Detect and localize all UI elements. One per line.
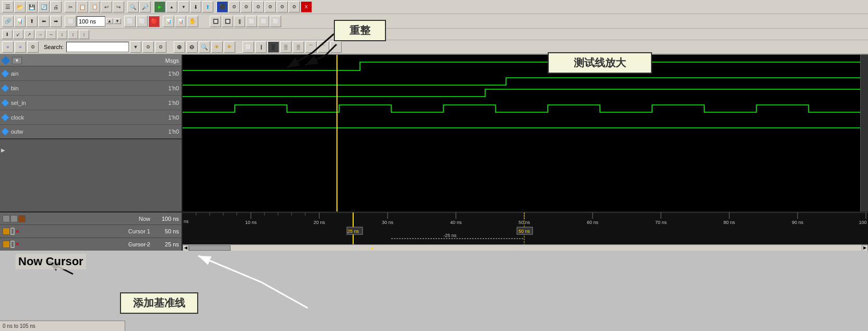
toolbar-c3[interactable]: 🔴	[148, 16, 160, 27]
toolbar-btn-a5[interactable]: ⬆	[202, 1, 213, 13]
toolbar-btn-a1[interactable]: ▶	[154, 1, 165, 13]
toolbar-spin-dn[interactable]: ▼	[114, 18, 121, 24]
toolbar-e3[interactable]: ⬜	[246, 16, 257, 27]
display-hash2[interactable]: ▒	[293, 41, 304, 53]
waveform-display[interactable]	[183, 55, 868, 211]
toolbar-spin-up[interactable]: ▲	[106, 18, 113, 24]
toolbar-hand[interactable]: ✋	[187, 16, 198, 27]
toolbar-f3[interactable]: ↗	[24, 30, 34, 39]
main-section: ▼ Msgs ain 1'h0 bin 1'h0 sel_in 1'h0 clo…	[0, 55, 868, 211]
toolbar-e1[interactable]: 🔲	[210, 16, 221, 27]
signal-row-sel_in[interactable]: sel_in 1'h0	[0, 96, 182, 110]
toolbar-fwd[interactable]: ➡	[50, 16, 62, 27]
toolbar-btn-b2[interactable]: ⚙	[228, 1, 240, 13]
now-value: 100 ns	[153, 216, 179, 222]
sel_in-wave	[183, 89, 861, 97]
toolbar-up[interactable]: ⬆	[26, 16, 38, 27]
toolbar-e4[interactable]: ⬜	[258, 16, 269, 27]
toolbar-btn-refresh[interactable]: 🔄	[38, 1, 50, 13]
display-bars[interactable]: |||	[255, 41, 267, 53]
scrollbar-right-btn[interactable]: ▶	[862, 245, 868, 251]
toolbar-btn-b8[interactable]: X	[300, 1, 312, 13]
toolbar-row4: « « ⚙ Search: ▼ ⚙ ⚙ ⊕ ⊖ 🔍 👁 👁 ⬜ ||| █ ▒ …	[0, 40, 868, 55]
toolbar-btn-a2[interactable]: ▲	[166, 1, 177, 13]
toolbar-btn-b4[interactable]: ⚙	[252, 1, 264, 13]
display-wave3[interactable]: ⌒	[330, 41, 342, 53]
toolbar-h1[interactable]: ⚙	[142, 41, 154, 53]
toolbar-btn-paste[interactable]: 📋	[89, 1, 100, 13]
header-dropdown[interactable]: ▼	[12, 57, 22, 64]
display-wave2[interactable]: ⌒	[318, 41, 329, 53]
toolbar-bars[interactable]: |||	[234, 16, 245, 27]
toolbar-link[interactable]: 🔗	[2, 16, 14, 27]
display-fill[interactable]: █	[268, 41, 279, 53]
waveform-svg	[183, 55, 868, 211]
clock-diamond	[2, 113, 9, 121]
toolbar-btn-new[interactable]: ☰	[2, 1, 14, 13]
timeline-ruler: ns 10 ns 20 ns 30 ns 40 ns 50 ns 60 ns	[183, 212, 868, 251]
time-input[interactable]	[77, 16, 105, 27]
display-hash[interactable]: ▒	[280, 41, 292, 53]
toolbar-btn-a3[interactable]: ▼	[178, 1, 189, 13]
signal-row-ain[interactable]: ain 1'h0	[0, 66, 182, 81]
toolbar-f5[interactable]: ↔	[46, 30, 56, 39]
toolbar-btn-b1[interactable]: ⬛	[216, 1, 228, 13]
toolbar-btn-copy[interactable]: 📋	[77, 1, 88, 13]
signal-row-clock[interactable]: clock 1'h0	[0, 110, 182, 125]
annotation-tianjia: 添加基准线	[120, 292, 198, 314]
toolbar-f1[interactable]: ⬇	[2, 30, 13, 39]
toolbar-g1[interactable]: «	[2, 41, 14, 53]
scrollbar-track[interactable]	[189, 245, 862, 251]
display-wave1[interactable]: ⌒	[305, 41, 317, 53]
toolbar-btn-b6[interactable]: ⚙	[276, 1, 288, 13]
toolbar-e2[interactable]: 🔲	[222, 16, 233, 27]
toolbar-btn-findnext[interactable]: 🔎	[139, 1, 151, 13]
toolbar-btn-b7[interactable]: ⚙	[288, 1, 300, 13]
search-dropdown[interactable]: ▼	[130, 41, 141, 53]
toolbar-f7[interactable]: ↕	[68, 30, 78, 39]
toolbar-d1[interactable]: 📊	[163, 16, 174, 27]
toolbar-btn-find[interactable]: 🔍	[127, 1, 139, 13]
scrollbar-left-btn[interactable]: ◀	[183, 245, 189, 251]
toolbar-btn-b5[interactable]: ⚙	[264, 1, 276, 13]
svg-text:-25 ns: -25 ns	[443, 233, 457, 238]
toolbar-f6[interactable]: ↕	[57, 30, 67, 39]
toolbar-f2[interactable]: ↙	[13, 30, 23, 39]
search-input[interactable]	[66, 42, 129, 52]
toolbar-e5[interactable]: ⬜	[270, 16, 281, 27]
toolbar-btn-cut[interactable]: ✂	[65, 1, 76, 13]
display-square[interactable]: ⬜	[243, 41, 254, 53]
svg-text:90 ns: 90 ns	[792, 220, 804, 225]
cursor1-label: Cursor 1	[21, 228, 150, 234]
toolbar-c1[interactable]: ⬜	[124, 16, 136, 27]
zoom-cursor1[interactable]: 👁	[211, 41, 223, 53]
toolbar-g2[interactable]: «	[15, 41, 26, 53]
toolbar-btn-b3[interactable]: ⚙	[240, 1, 252, 13]
toolbar-btn-undo[interactable]: ↩	[101, 1, 112, 13]
toolbar-back[interactable]: ⬅	[38, 16, 50, 27]
toolbar-btn-redo[interactable]: ↪	[113, 1, 124, 13]
toolbar-g3[interactable]: ⚙	[27, 41, 39, 53]
zoom-fit[interactable]: 🔍	[199, 41, 210, 53]
timeline-scrollbar[interactable]: ◀ ▶	[183, 244, 868, 251]
svg-text:25 ns: 25 ns	[347, 229, 359, 234]
toolbar-btn-open[interactable]: 📂	[14, 1, 26, 13]
toolbar-chart[interactable]: 📊	[14, 16, 26, 27]
scrollbar-thumb[interactable]	[189, 245, 231, 251]
toolbar-btn-a4[interactable]: ⬇	[190, 1, 201, 13]
toolbar-f4[interactable]: →	[35, 30, 45, 39]
toolbar-d2[interactable]: 📊	[175, 16, 186, 27]
signal-row-bin[interactable]: bin 1'h0	[0, 81, 182, 96]
zoom-in[interactable]: ⊕	[174, 41, 185, 53]
toolbar-h2[interactable]: ⚙	[155, 41, 166, 53]
sel_in-value: 1'h0	[168, 100, 179, 106]
toolbar-btn-save[interactable]: 💾	[26, 1, 38, 13]
toolbar-view[interactable]: ⬜	[65, 16, 76, 27]
toolbar-c2[interactable]: ⬜	[136, 16, 148, 27]
signal-row-outw[interactable]: outw 1'h0	[0, 125, 182, 139]
zoom-out[interactable]: ⊖	[186, 41, 198, 53]
clock-value: 1'h0	[168, 114, 179, 121]
zoom-cursor2[interactable]: 👁	[224, 41, 235, 53]
toolbar-f8[interactable]: ↕	[79, 30, 89, 39]
toolbar-btn-print[interactable]: 🖨	[50, 1, 62, 13]
